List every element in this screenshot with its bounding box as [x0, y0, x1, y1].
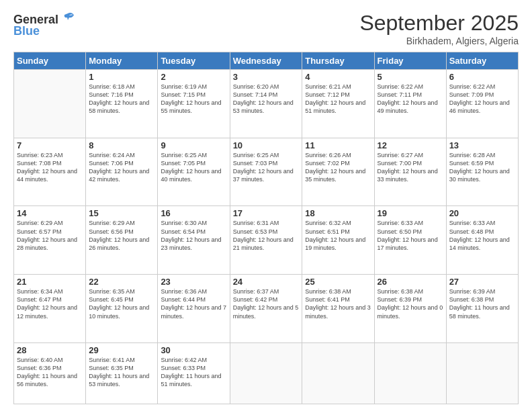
day-info: Sunrise: 6:23 AMSunset: 7:08 PMDaylight:…	[17, 151, 83, 184]
day-info: Sunrise: 6:29 AMSunset: 6:56 PMDaylight:…	[89, 219, 154, 252]
day-info: Sunrise: 6:32 AMSunset: 6:51 PMDaylight:…	[305, 219, 371, 252]
table-row: 30Sunrise: 6:42 AMSunset: 6:33 PMDayligh…	[158, 342, 230, 404]
day-number: 10	[233, 140, 300, 150]
day-info: Sunrise: 6:36 AMSunset: 6:44 PMDaylight:…	[161, 287, 226, 320]
table-row: 12Sunrise: 6:27 AMSunset: 7:00 PMDayligh…	[374, 138, 446, 206]
table-row: 24Sunrise: 6:37 AMSunset: 6:42 PMDayligh…	[230, 275, 302, 343]
day-info: Sunrise: 6:21 AMSunset: 7:12 PMDaylight:…	[305, 83, 371, 116]
day-info: Sunrise: 6:28 AMSunset: 6:59 PMDaylight:…	[449, 151, 515, 184]
col-wednesday: Wednesday	[230, 52, 302, 70]
table-row: 25Sunrise: 6:38 AMSunset: 6:41 PMDayligh…	[302, 275, 374, 343]
day-info: Sunrise: 6:33 AMSunset: 6:50 PMDaylight:…	[378, 219, 443, 252]
table-row: 17Sunrise: 6:31 AMSunset: 6:53 PMDayligh…	[230, 206, 302, 275]
table-row: 4Sunrise: 6:21 AMSunset: 7:12 PMDaylight…	[302, 70, 374, 138]
day-info: Sunrise: 6:39 AMSunset: 6:38 PMDaylight:…	[449, 287, 515, 320]
table-row: 15Sunrise: 6:29 AMSunset: 6:56 PMDayligh…	[86, 206, 158, 275]
day-number: 4	[305, 72, 371, 82]
day-number: 2	[161, 72, 226, 82]
day-info: Sunrise: 6:34 AMSunset: 6:47 PMDaylight:…	[17, 287, 83, 320]
logo: General Blue	[13, 11, 75, 38]
page-header: General Blue September 2025 Birkhadem, A…	[13, 11, 519, 46]
table-row	[230, 342, 302, 404]
table-row: 26Sunrise: 6:38 AMSunset: 6:39 PMDayligh…	[374, 275, 446, 343]
col-saturday: Saturday	[446, 52, 518, 70]
day-info: Sunrise: 6:25 AMSunset: 7:05 PMDaylight:…	[161, 151, 226, 184]
table-row: 5Sunrise: 6:22 AMSunset: 7:11 PMDaylight…	[374, 70, 446, 138]
day-info: Sunrise: 6:19 AMSunset: 7:15 PMDaylight:…	[161, 83, 226, 116]
table-row: 7Sunrise: 6:23 AMSunset: 7:08 PMDaylight…	[14, 138, 86, 206]
day-number: 23	[161, 277, 226, 287]
logo-bird-icon	[60, 11, 75, 26]
table-row	[374, 342, 446, 404]
day-info: Sunrise: 6:27 AMSunset: 7:00 PMDaylight:…	[378, 151, 443, 184]
day-number: 9	[161, 140, 226, 150]
day-info: Sunrise: 6:35 AMSunset: 6:45 PMDaylight:…	[89, 287, 154, 320]
day-info: Sunrise: 6:38 AMSunset: 6:39 PMDaylight:…	[378, 287, 443, 320]
day-number: 26	[378, 277, 443, 287]
day-number: 5	[378, 72, 443, 82]
table-row: 6Sunrise: 6:22 AMSunset: 7:09 PMDaylight…	[446, 70, 518, 138]
table-row: 19Sunrise: 6:33 AMSunset: 6:50 PMDayligh…	[374, 206, 446, 275]
day-number: 17	[233, 208, 300, 218]
day-number: 18	[305, 208, 371, 218]
col-tuesday: Tuesday	[158, 52, 230, 70]
day-info: Sunrise: 6:41 AMSunset: 6:35 PMDaylight:…	[89, 356, 154, 389]
col-thursday: Thursday	[302, 52, 374, 70]
table-row: 16Sunrise: 6:30 AMSunset: 6:54 PMDayligh…	[158, 206, 230, 275]
day-number: 16	[161, 208, 226, 218]
month-year-title: September 2025	[359, 11, 519, 36]
table-row: 22Sunrise: 6:35 AMSunset: 6:45 PMDayligh…	[86, 275, 158, 343]
day-info: Sunrise: 6:24 AMSunset: 7:06 PMDaylight:…	[89, 151, 154, 184]
day-number: 8	[89, 140, 154, 150]
table-row: 23Sunrise: 6:36 AMSunset: 6:44 PMDayligh…	[158, 275, 230, 343]
day-info: Sunrise: 6:33 AMSunset: 6:48 PMDaylight:…	[449, 219, 515, 252]
day-info: Sunrise: 6:30 AMSunset: 6:54 PMDaylight:…	[161, 219, 226, 252]
table-row: 1Sunrise: 6:18 AMSunset: 7:16 PMDaylight…	[86, 70, 158, 138]
table-row: 29Sunrise: 6:41 AMSunset: 6:35 PMDayligh…	[86, 342, 158, 404]
day-number: 6	[449, 72, 515, 82]
table-row: 13Sunrise: 6:28 AMSunset: 6:59 PMDayligh…	[446, 138, 518, 206]
table-row: 9Sunrise: 6:25 AMSunset: 7:05 PMDaylight…	[158, 138, 230, 206]
day-info: Sunrise: 6:18 AMSunset: 7:16 PMDaylight:…	[89, 83, 154, 116]
table-row: 3Sunrise: 6:20 AMSunset: 7:14 PMDaylight…	[230, 70, 302, 138]
table-row: 11Sunrise: 6:26 AMSunset: 7:02 PMDayligh…	[302, 138, 374, 206]
table-row: 2Sunrise: 6:19 AMSunset: 7:15 PMDaylight…	[158, 70, 230, 138]
day-info: Sunrise: 6:38 AMSunset: 6:41 PMDaylight:…	[305, 287, 371, 320]
col-friday: Friday	[374, 52, 446, 70]
logo-blue-text: Blue	[13, 24, 40, 38]
day-info: Sunrise: 6:31 AMSunset: 6:53 PMDaylight:…	[233, 219, 300, 252]
title-section: September 2025 Birkhadem, Algiers, Alger…	[359, 11, 519, 46]
day-info: Sunrise: 6:22 AMSunset: 7:11 PMDaylight:…	[378, 83, 443, 116]
day-info: Sunrise: 6:20 AMSunset: 7:14 PMDaylight:…	[233, 83, 300, 116]
day-number: 12	[378, 140, 443, 150]
day-number: 21	[17, 277, 83, 287]
table-row: 20Sunrise: 6:33 AMSunset: 6:48 PMDayligh…	[446, 206, 518, 275]
table-row: 21Sunrise: 6:34 AMSunset: 6:47 PMDayligh…	[14, 275, 86, 343]
table-row: 28Sunrise: 6:40 AMSunset: 6:36 PMDayligh…	[14, 342, 86, 404]
table-row: 18Sunrise: 6:32 AMSunset: 6:51 PMDayligh…	[302, 206, 374, 275]
col-monday: Monday	[86, 52, 158, 70]
day-number: 13	[449, 140, 515, 150]
table-row: 8Sunrise: 6:24 AMSunset: 7:06 PMDaylight…	[86, 138, 158, 206]
day-number: 22	[89, 277, 154, 287]
day-number: 29	[89, 345, 154, 355]
day-number: 25	[305, 277, 371, 287]
day-info: Sunrise: 6:26 AMSunset: 7:02 PMDaylight:…	[305, 151, 371, 184]
day-info: Sunrise: 6:37 AMSunset: 6:42 PMDaylight:…	[233, 287, 300, 320]
location-subtitle: Birkhadem, Algiers, Algeria	[359, 36, 519, 46]
day-number: 20	[449, 208, 515, 218]
calendar-header-row: Sunday Monday Tuesday Wednesday Thursday…	[14, 52, 519, 70]
table-row: 10Sunrise: 6:25 AMSunset: 7:03 PMDayligh…	[230, 138, 302, 206]
col-sunday: Sunday	[14, 52, 86, 70]
day-info: Sunrise: 6:29 AMSunset: 6:57 PMDaylight:…	[17, 219, 83, 252]
day-number: 24	[233, 277, 300, 287]
calendar-table: Sunday Monday Tuesday Wednesday Thursday…	[13, 52, 519, 404]
table-row	[302, 342, 374, 404]
day-info: Sunrise: 6:40 AMSunset: 6:36 PMDaylight:…	[17, 356, 83, 389]
day-number: 11	[305, 140, 371, 150]
table-row: 27Sunrise: 6:39 AMSunset: 6:38 PMDayligh…	[446, 275, 518, 343]
day-info: Sunrise: 6:42 AMSunset: 6:33 PMDaylight:…	[161, 356, 226, 389]
day-number: 15	[89, 208, 154, 218]
day-number: 7	[17, 140, 83, 150]
day-number: 19	[378, 208, 443, 218]
